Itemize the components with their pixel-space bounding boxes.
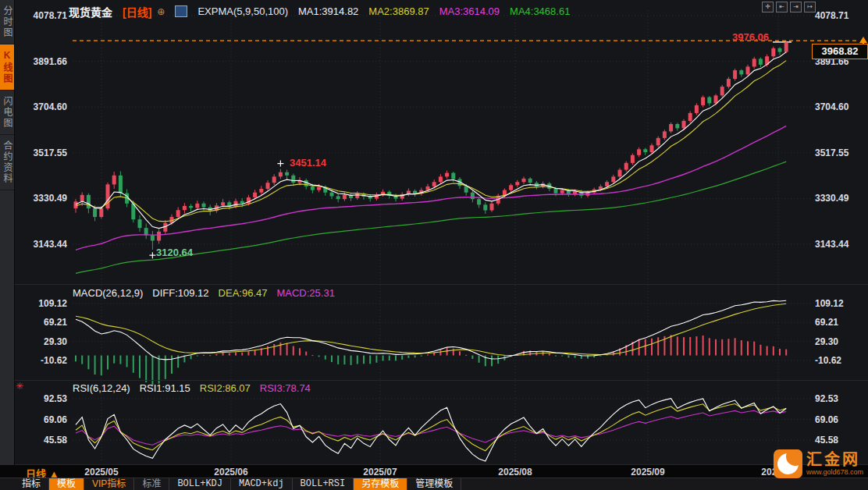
axis-label: 29.30 xyxy=(23,336,67,347)
panel-divider[interactable] xyxy=(15,284,868,285)
macd-value: MACD:25.31 xyxy=(276,287,334,299)
axis-label: -10.62 xyxy=(23,355,67,366)
tab-4[interactable]: BOLL+KDJ xyxy=(169,478,231,490)
last-price-tag: 3968.82 xyxy=(812,44,868,59)
pan-icon[interactable]: ✛ xyxy=(762,2,774,12)
rsi2-value: RSI2:86.07 xyxy=(200,382,251,394)
axis-label: 29.30 xyxy=(815,336,838,347)
ma3-value: MA3:3614.09 xyxy=(439,5,500,17)
swing-low-label: 3120.64 xyxy=(156,247,193,258)
sidebar-item-1[interactable]: K线图 xyxy=(0,44,14,91)
axis-label: -10.62 xyxy=(815,355,841,366)
date-label: 2025/06 xyxy=(205,467,257,478)
macd-panel-title: MACD(26,12,9) DIFF:109.12 DEA:96.47 MACD… xyxy=(73,287,335,299)
chart-header: 现货黄金 [日线] ⊕ EXPMA(5,9,50,100) MA1:3914.8… xyxy=(69,4,570,19)
axis-label: 109.12 xyxy=(815,298,844,309)
axis-label: 45.58 xyxy=(815,435,838,446)
axis-label: 92.53 xyxy=(23,393,67,404)
axis-label: 4078.71 xyxy=(815,10,848,21)
macd-dea-value: DEA:96.47 xyxy=(219,287,268,299)
watermark-name: 汇金网 xyxy=(806,451,863,468)
date-label: 2025/08 xyxy=(489,467,541,478)
axis-label: 3143.44 xyxy=(815,239,848,250)
date-label: 2025/05 xyxy=(76,467,127,478)
axis-shift-right-icon[interactable]: ⇥ xyxy=(790,2,802,12)
axis-label: 45.58 xyxy=(23,435,67,446)
rsi-title[interactable]: RSI(6,12,24) xyxy=(73,382,130,394)
panel-divider[interactable] xyxy=(15,380,868,381)
macd-diff-value: DIFF:109.12 xyxy=(152,287,208,299)
ma4-value: MA4:3468.61 xyxy=(510,5,570,17)
axis-label: 3330.49 xyxy=(815,193,848,204)
indicator-thumbnail-icon[interactable] xyxy=(175,5,187,17)
add-indicator-icon[interactable]: ⊕ xyxy=(157,6,165,17)
price-chart-canvas[interactable] xyxy=(0,0,868,490)
watermark: 汇金网 www.gold678.com xyxy=(774,449,863,478)
tab-2[interactable]: VIP指标 xyxy=(84,478,134,490)
sidebar-item-0[interactable]: 分时图 xyxy=(0,0,14,44)
x-axis-row xyxy=(0,465,868,478)
symbol-name: 现货黄金 xyxy=(69,4,112,20)
axis-label: 92.53 xyxy=(815,393,838,404)
indicator-settings-icon[interactable]: ✳ xyxy=(16,381,23,392)
axis-expand-icon[interactable]: ↦ xyxy=(804,2,816,12)
tab-3[interactable]: 标准 xyxy=(134,478,169,490)
axis-label: 69.21 xyxy=(815,317,838,328)
sidebar-item-3[interactable]: 合约资料 xyxy=(0,135,14,190)
axis-label: 3891.66 xyxy=(23,56,67,67)
ma1-value: MA1:3914.82 xyxy=(298,5,358,17)
axis-label: 3143.44 xyxy=(23,239,67,250)
watermark-url: www.gold678.com xyxy=(806,468,863,477)
date-label: 2025/09 xyxy=(622,467,674,478)
period-high-label: 3976.06 xyxy=(732,31,769,43)
tab-1[interactable]: 模板 xyxy=(49,478,84,490)
axis-label: 3704.60 xyxy=(815,101,848,112)
rsi3-value: RSI3:78.74 xyxy=(260,382,311,394)
tab-8[interactable]: 管理模板 xyxy=(407,478,461,490)
axis-label: 3330.49 xyxy=(23,193,67,204)
rsi-panel-title: RSI(6,12,24) RSI1:91.15 RSI2:86.07 RSI3:… xyxy=(73,382,311,394)
axis-label: 69.06 xyxy=(23,414,67,425)
tab-6[interactable]: BOLL+RSI xyxy=(293,478,354,490)
axis-label: 3517.55 xyxy=(815,147,848,158)
axis-shift-left-icon[interactable]: ⇤ xyxy=(776,2,788,12)
tab-7[interactable]: 另存模板 xyxy=(354,478,407,490)
macd-title[interactable]: MACD(26,12,9) xyxy=(73,287,143,299)
axis-label: 3517.55 xyxy=(23,147,67,158)
chart-type-sidebar: 分时图K线图闪电图合约资料 xyxy=(0,0,15,465)
expma-label: EXPMA(5,9,50,100) xyxy=(197,5,288,17)
chart-toolbar: ✛⇤⇥↦ xyxy=(762,2,816,12)
axis-label: 3704.60 xyxy=(23,101,67,112)
date-label: 2025/07 xyxy=(354,467,406,478)
sidebar-item-2[interactable]: 闪电图 xyxy=(0,91,14,135)
rsi1-value: RSI1:91.15 xyxy=(140,382,190,394)
tab-0[interactable]: 指标 xyxy=(14,478,49,490)
huijin-logo-icon xyxy=(774,449,802,478)
period-tag[interactable]: [日线] xyxy=(123,4,151,20)
tab-5[interactable]: MACD+kdj xyxy=(231,478,293,490)
swing-high-label: 3451.14 xyxy=(290,157,326,169)
trading-chart-app: 分时图K线图闪电图合约资料 现货黄金 [日线] ⊕ EXPMA(5,9,50,1… xyxy=(0,0,868,490)
axis-label: 4078.71 xyxy=(23,10,67,21)
template-tab-bar: 指标模板VIP指标标准BOLL+KDJMACD+kdjBOLL+RSI另存模板管… xyxy=(0,478,868,490)
axis-label: 109.12 xyxy=(23,298,67,309)
ma2-value: MA2:3869.87 xyxy=(368,5,429,17)
axis-label: 69.06 xyxy=(815,414,838,425)
axis-label: 69.21 xyxy=(23,317,67,328)
